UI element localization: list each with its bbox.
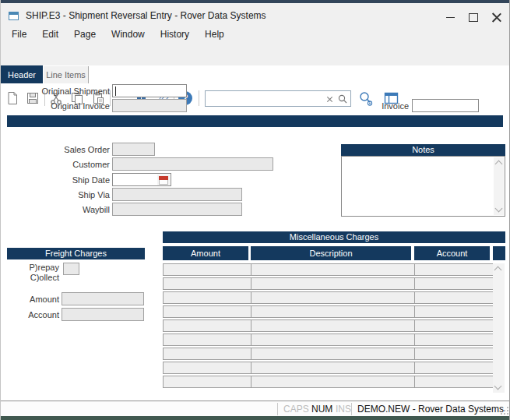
toolbar-separator	[110, 90, 111, 106]
clear-search-icon[interactable]	[325, 94, 336, 104]
cell-account[interactable]	[414, 348, 496, 360]
menu-history[interactable]: History	[153, 26, 197, 42]
prepay-collect-field[interactable]	[63, 263, 79, 275]
cell-account[interactable]	[414, 376, 496, 388]
cell-amount[interactable]	[163, 376, 255, 388]
text-caret	[115, 86, 116, 96]
window-title: SHIP.E3 - Shipment Reversal Entry - Rove…	[26, 10, 266, 21]
num-indicator: NUM	[311, 404, 332, 415]
invoice-label: Invoice	[354, 100, 409, 113]
cell-description[interactable]	[251, 305, 417, 318]
caps-indicator: CAPS	[283, 404, 309, 415]
menu-help[interactable]: Help	[197, 26, 232, 42]
cell-amount[interactable]	[163, 319, 255, 332]
prepay-label: P)repay	[9, 263, 59, 273]
column-header-description: Description	[251, 246, 411, 260]
cell-amount[interactable]	[163, 334, 255, 346]
misc-charges-rows	[163, 263, 491, 390]
menu-edit[interactable]: Edit	[34, 26, 66, 42]
status-separator	[277, 403, 278, 415]
cell-amount[interactable]	[163, 305, 255, 318]
column-header-account: Account	[414, 246, 490, 260]
tab-header[interactable]: Header	[1, 65, 43, 83]
original-invoice-field	[112, 99, 187, 112]
freight-amount-field	[62, 292, 144, 305]
menu-file[interactable]: File	[4, 26, 34, 42]
original-invoice-label: Original Invoice	[9, 100, 110, 113]
table-row	[163, 334, 491, 344]
cell-amount[interactable]	[163, 277, 255, 290]
table-row	[163, 263, 491, 274]
invoice-field[interactable]	[412, 99, 479, 112]
notes-textarea[interactable]	[341, 156, 505, 217]
status-separator	[351, 403, 352, 415]
scroll-down-icon[interactable]	[495, 205, 503, 213]
original-shipment-field[interactable]	[112, 84, 187, 97]
waybill-label: Waybill	[9, 203, 110, 217]
menu-window[interactable]: Window	[104, 26, 153, 42]
cell-amount[interactable]	[163, 291, 255, 304]
scroll-down-icon[interactable]	[494, 383, 502, 390]
collect-label: C)ollect	[9, 273, 59, 283]
resize-grip[interactable]	[501, 406, 509, 415]
freight-account-field	[62, 308, 144, 321]
toolbar-separator	[199, 90, 199, 106]
tab-line-items[interactable]: Line Items	[44, 66, 89, 83]
notes-scrollbar[interactable]	[494, 157, 504, 215]
misc-charges-title: Miscellaneous Charges	[163, 231, 505, 243]
table-row	[163, 319, 491, 330]
date-picker-button[interactable]	[157, 175, 170, 185]
misc-charges-table: Miscellaneous Charges Amount Description…	[163, 231, 505, 396]
window-bottom-edge	[1, 416, 510, 420]
cell-description[interactable]	[251, 362, 417, 374]
column-header-spacer	[493, 246, 505, 260]
menu-page[interactable]: Page	[66, 26, 104, 42]
cell-account[interactable]	[414, 305, 496, 318]
ship-date-label: Ship Date	[9, 174, 110, 187]
cell-account[interactable]	[414, 277, 496, 290]
table-row	[163, 376, 491, 386]
menu-bar: File Edit Page Window History Help	[1, 25, 510, 44]
ship-via-label: Ship Via	[9, 189, 110, 202]
cell-description[interactable]	[251, 263, 417, 276]
freight-account-label: Account	[9, 309, 59, 322]
search-input[interactable]	[206, 92, 325, 105]
waybill-field	[112, 203, 242, 216]
ship-date-field[interactable]	[112, 173, 171, 186]
session-status: DEMO.NEW - Rover Data Systems	[357, 404, 504, 415]
search-icon[interactable]	[337, 94, 348, 104]
app-icon	[9, 12, 19, 20]
app-window: SHIP.E3 - Shipment Reversal Entry - Rove…	[0, 0, 510, 420]
cell-description[interactable]	[251, 334, 417, 346]
column-header-amount: Amount	[163, 246, 248, 260]
cell-account[interactable]	[414, 319, 496, 332]
status-bar: CAPS NUM INS DEMO.NEW - Rover Data Syste…	[1, 401, 510, 416]
cell-account[interactable]	[414, 263, 496, 276]
original-shipment-label: Original Shipment	[9, 85, 110, 98]
calendar-icon	[159, 176, 168, 185]
cell-description[interactable]	[251, 291, 417, 304]
sales-order-label: Sales Order	[9, 143, 110, 157]
cell-description[interactable]	[251, 319, 417, 332]
cell-description[interactable]	[251, 348, 417, 360]
sales-order-field	[112, 143, 155, 156]
cell-amount[interactable]	[163, 348, 255, 360]
cell-account[interactable]	[414, 334, 496, 346]
table-row	[163, 362, 491, 372]
cell-description[interactable]	[251, 376, 417, 388]
cell-amount[interactable]	[163, 362, 255, 374]
cell-account[interactable]	[414, 291, 496, 304]
maximize-icon	[469, 13, 478, 22]
table-scrollbar[interactable]	[493, 263, 505, 393]
scroll-up-icon[interactable]	[495, 161, 503, 168]
minimize-icon	[446, 17, 455, 18]
scroll-up-icon[interactable]	[494, 266, 502, 274]
ins-indicator: INS	[336, 404, 351, 415]
toolbar: ?	[1, 44, 510, 65]
section-divider-bar	[7, 115, 503, 127]
cell-amount[interactable]	[163, 263, 255, 276]
title-bar: SHIP.E3 - Shipment Reversal Entry - Rove…	[1, 3, 510, 25]
cell-account[interactable]	[414, 362, 496, 374]
customer-field	[112, 157, 273, 171]
cell-description[interactable]	[251, 277, 417, 290]
